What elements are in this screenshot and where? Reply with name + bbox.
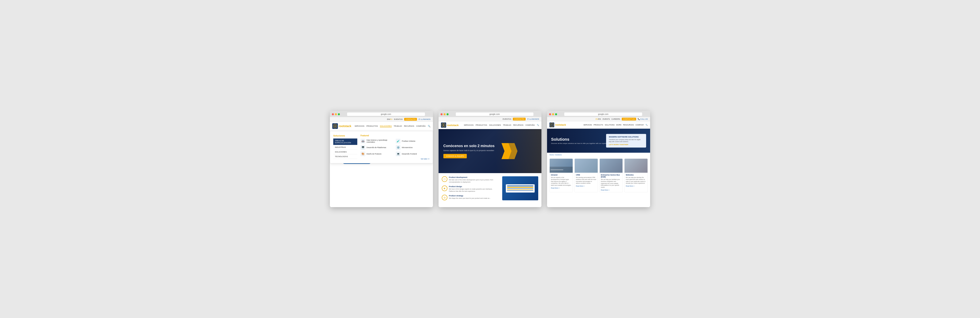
service-desc-1: We have UX/UI design experts to create p… [449, 188, 499, 192]
nav2-recursos[interactable]: RECURSOS [513, 124, 523, 126]
dot-yellow-3[interactable] [552, 113, 554, 115]
site-content-2: EVENTOS CONTACTO ✆ LLÁMANOS rootstack [439, 117, 542, 207]
nav3-resources[interactable]: RESOURCES [623, 124, 634, 126]
logo-part2-1: stack [344, 124, 351, 128]
contact-button-3[interactable]: CONTACT US [622, 118, 636, 121]
nav3-company[interactable]: COMPANY [636, 124, 644, 126]
feat-text-4: Diseño de Producto [366, 153, 382, 155]
call-button-3[interactable]: 📞 CALL US [638, 118, 648, 120]
nav3-products[interactable]: PRODUCTS [594, 124, 603, 126]
service-text-0: Product development We take care of the … [449, 176, 499, 183]
dropdown-item-tecnologias[interactable]: TECNOLOGÍAS [333, 154, 357, 159]
browser-dots-2 [441, 113, 449, 115]
dot-yellow-1[interactable] [335, 113, 337, 115]
careers-button-3[interactable]: CAREERS [611, 118, 620, 120]
hero-cta-2[interactable]: CONOCE AL EQUIPO [443, 154, 467, 158]
featured-item-3[interactable]: ⚙️ Microservicios [396, 145, 430, 150]
feat-icon-5: 💻 [396, 151, 401, 156]
nav3-services[interactable]: SERVICES [584, 124, 592, 126]
service-icon-1: ◈ [442, 186, 447, 191]
nav-productos[interactable]: PRODUCTOS [366, 125, 378, 127]
dot-green-1[interactable] [338, 113, 340, 115]
mock-line-3 [507, 188, 533, 189]
read-more-3[interactable]: Read More » [626, 185, 646, 187]
search-icon-3[interactable]: 🔍 [646, 124, 648, 126]
browser-dots-1 [332, 113, 340, 115]
address-bar-2[interactable]: google.com [456, 113, 534, 116]
address-bar-3[interactable]: google.com [564, 113, 642, 116]
browser-window-2: google.com EVENTOS CONTACTO ✆ LLÁMANOS [439, 111, 542, 207]
phone-button-1[interactable]: ✆ LLÁMANOS [418, 118, 431, 120]
services-image-2 [502, 176, 538, 200]
language-selector-3[interactable]: EN/ES [596, 118, 601, 120]
top-bar-3: EN/ES EVENTS CAREERS CONTACT US 📞 CALL U… [547, 117, 650, 121]
featured-item-1[interactable]: 🧪 Pruebas Unitarias [396, 139, 430, 143]
dropdown-item-areas[interactable]: ÁREAS DE ESPECIALIZACIÓN [333, 138, 357, 145]
contact-button-2[interactable]: CONTACTO [513, 118, 526, 121]
dropdown-item-industrias[interactable]: INDUSTRIAS [333, 145, 357, 150]
address-bar-1[interactable]: google.com [347, 113, 425, 116]
nav-soluciones[interactable]: SOLUCIONES [380, 125, 392, 127]
events-button-1[interactable]: EVENTOS [394, 118, 403, 120]
events-button-2[interactable]: EVENTOS [503, 118, 511, 120]
search-icon-1[interactable]: 🔍 [428, 125, 431, 127]
solution-card-title-3: Websites [626, 174, 646, 176]
service-icon-0: ⬡ [442, 176, 447, 182]
dot-green-3[interactable] [555, 113, 557, 115]
browser-chrome-2: google.com [439, 111, 542, 117]
nav-servicios[interactable]: SERVICIOS [355, 125, 364, 127]
logo-part1-1: root [339, 124, 344, 128]
featured-item-0[interactable]: 🤖 Data Science y Aprendizaje Automático [361, 139, 394, 143]
nav2-servicios[interactable]: SERVICIOS [464, 124, 474, 126]
read-more-2[interactable]: Read More » [601, 189, 622, 191]
search-icon-2[interactable]: 🔍 [537, 124, 539, 126]
ver-todo-link[interactable]: Ver todo >> [361, 158, 430, 160]
read-more-1[interactable]: Read More » [576, 185, 597, 187]
read-more-0[interactable]: Read More » [551, 187, 571, 189]
nav3-solutions[interactable]: SOLUTIONS [605, 124, 614, 126]
mock-line-1 [507, 186, 533, 186]
nav2-productos[interactable]: PRODUCTOS [476, 124, 487, 126]
feat-icon-1: 🧪 [396, 139, 401, 143]
solution-card-desc-3: We can help you develop the most optimiz… [626, 176, 646, 184]
browser-toolbar-2: google.com [441, 113, 539, 116]
logo-icon-1 [332, 123, 338, 129]
nav2-soluciones[interactable]: SOLUCIONES [489, 124, 501, 126]
nav-recursos[interactable]: RECURSOS [404, 125, 414, 127]
nav-compania[interactable]: COMPAÑÍA [416, 125, 426, 127]
dot-red-2[interactable] [441, 113, 442, 115]
featured-item-2[interactable]: 🖥️ Desarrollo de Plataformas [361, 145, 394, 150]
dot-green-2[interactable] [447, 113, 449, 115]
service-text-2: Product strategy We shape the vision you… [449, 195, 491, 200]
nav-trabajo[interactable]: TRABAJO [394, 125, 402, 127]
solution-card-body-0: Intranet We are experts in the developme… [550, 173, 573, 190]
dropdown-item-soluciones[interactable]: SOLUCIONES [333, 150, 357, 154]
solution-card-title-0: Intranet [551, 174, 571, 176]
solution-card-1: CRM We develop personalized CRM solution… [574, 159, 598, 192]
solutions-grid-3: Intranet We are experts in the developme… [547, 157, 650, 194]
breadcrumb-home[interactable]: Home [549, 154, 554, 156]
language-selector-1[interactable]: EN/ES [387, 118, 393, 120]
contact-button-1[interactable]: CONTACTO [404, 118, 417, 121]
logo-part1-2: root [447, 124, 452, 127]
solution-card-title-2: Enterprise Sevice Bus (ESB) [601, 174, 622, 178]
nav3-work[interactable]: WORK [616, 124, 621, 126]
service-title-1: Product design [449, 186, 499, 188]
featured-item-5[interactable]: 💻 Desarrollo Frontend [396, 151, 430, 156]
dot-red-1[interactable] [332, 113, 334, 115]
hero-bg-person [495, 129, 542, 173]
logo-3: rootstack [549, 122, 566, 127]
logo-icon-3 [549, 122, 554, 127]
browser-toolbar-3: google.com [549, 113, 648, 116]
dot-yellow-2[interactable] [444, 113, 445, 115]
solution-card-img-0 [550, 159, 573, 173]
events-button-3[interactable]: EVENTS [603, 118, 610, 120]
feat-text-0: Data Science y Aprendizaje Automático [366, 139, 394, 143]
dot-red-3[interactable] [549, 113, 551, 115]
nav2-compania[interactable]: COMPAÑÍA [525, 124, 535, 126]
dropdown-panel-1: Soluciones ÁREAS DE ESPECIALIZACIÓN INDU… [330, 131, 433, 163]
featured-label-1: Featured [361, 135, 430, 137]
nav2-trabajo[interactable]: TRABAJO [503, 124, 511, 126]
phone-button-2[interactable]: ✆ LLÁMANOS [527, 118, 539, 120]
featured-item-4[interactable]: 🎨 Diseño de Producto [361, 151, 394, 156]
